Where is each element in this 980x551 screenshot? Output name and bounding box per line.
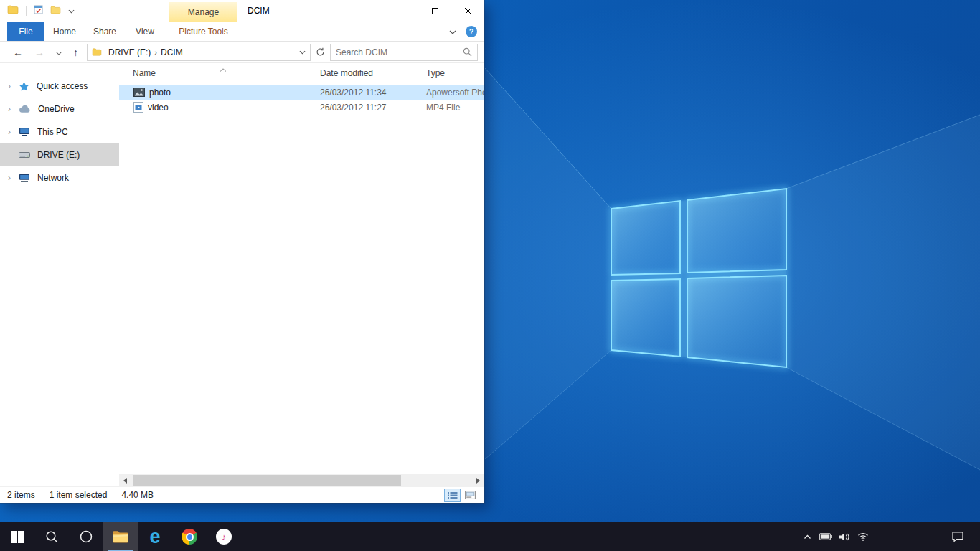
horizontal-scrollbar[interactable] bbox=[119, 474, 484, 486]
minimize-button[interactable] bbox=[385, 0, 418, 22]
scroll-left-arrow[interactable] bbox=[119, 474, 131, 486]
file-explorer-icon bbox=[112, 530, 129, 544]
network-button[interactable] bbox=[854, 522, 872, 551]
sidebar-item-drive-e[interactable]: DRIVE (E:) bbox=[0, 143, 119, 166]
selected-count: 1 item selected bbox=[50, 490, 108, 500]
star-icon bbox=[19, 81, 29, 92]
address-dropdown-chevron-icon[interactable] bbox=[299, 50, 306, 55]
column-header-date-modified[interactable]: Date modified bbox=[314, 63, 420, 83]
details-view-button[interactable] bbox=[444, 489, 461, 502]
expand-ribbon-chevron-icon[interactable] bbox=[449, 27, 456, 37]
thumbnails-view-button[interactable] bbox=[462, 489, 479, 502]
name-cell: photo bbox=[119, 88, 314, 98]
expander-chevron-icon[interactable]: › bbox=[8, 173, 11, 183]
status-bar: 2 items 1 item selected 4.40 MB bbox=[0, 486, 484, 503]
wifi-icon bbox=[857, 532, 869, 541]
back-button[interactable]: ← bbox=[13, 47, 23, 57]
explorer-body: › Quick access › OneDrive › This PC DRI bbox=[0, 63, 484, 486]
sidebar-item-this-pc[interactable]: › This PC bbox=[0, 121, 119, 143]
photo-file-icon bbox=[133, 88, 145, 97]
column-header-type[interactable]: Type bbox=[420, 63, 484, 83]
qat-new-folder-icon[interactable] bbox=[50, 6, 61, 17]
chrome-icon bbox=[182, 529, 197, 545]
details-view-icon bbox=[448, 491, 458, 499]
maximize-button[interactable] bbox=[418, 0, 451, 22]
sidebar-item-network[interactable]: › Network bbox=[0, 166, 119, 189]
hidden-icons-button[interactable] bbox=[798, 522, 816, 551]
sort-ascending-icon[interactable] bbox=[220, 64, 227, 74]
taskbar-search-button[interactable] bbox=[34, 522, 69, 551]
breadcrumb-drive[interactable]: DRIVE (E:) bbox=[105, 47, 154, 57]
expander-chevron-icon[interactable]: › bbox=[8, 127, 11, 137]
name-cell: video bbox=[119, 102, 314, 113]
navigation-pane: › Quick access › OneDrive › This PC DRI bbox=[0, 63, 119, 486]
speaker-icon bbox=[839, 532, 850, 542]
tab-picture-tools[interactable]: Picture Tools bbox=[169, 22, 237, 41]
chrome-button[interactable] bbox=[172, 522, 207, 551]
desktop: Manage DCIM File Home Share View Picture… bbox=[0, 0, 980, 551]
file-name: video bbox=[148, 103, 169, 113]
ribbon-tab-row: File Home Share View Picture Tools ? bbox=[0, 22, 484, 42]
volume-button[interactable] bbox=[835, 522, 854, 551]
up-button[interactable]: ↑ bbox=[73, 47, 78, 57]
ribbon-right-controls: ? bbox=[449, 22, 477, 41]
taskbar-file-explorer-button[interactable] bbox=[103, 522, 138, 551]
expander-chevron-icon[interactable]: › bbox=[8, 104, 11, 114]
video-file-icon bbox=[133, 102, 143, 113]
scroll-right-arrow[interactable] bbox=[472, 474, 484, 486]
titlebar[interactable]: Manage DCIM bbox=[0, 0, 484, 22]
sidebar-item-label: Network bbox=[37, 173, 69, 183]
search-input[interactable] bbox=[331, 47, 463, 57]
tab-view[interactable]: View bbox=[125, 22, 165, 41]
refresh-button[interactable] bbox=[316, 47, 325, 57]
quick-access-toolbar bbox=[0, 0, 75, 22]
file-name: photo bbox=[149, 88, 171, 98]
tab-share[interactable]: Share bbox=[85, 22, 125, 41]
itunes-button[interactable]: ♪ bbox=[207, 522, 241, 551]
computer-icon bbox=[19, 127, 30, 137]
type-cell: Apowersoft Pho bbox=[420, 88, 484, 98]
windows-start-icon bbox=[11, 531, 24, 543]
action-center-button[interactable] bbox=[941, 522, 974, 551]
sidebar-item-label: DRIVE (E:) bbox=[37, 150, 80, 160]
cortana-icon bbox=[79, 529, 93, 544]
search-icon bbox=[45, 530, 59, 544]
expander-chevron-icon[interactable]: › bbox=[8, 81, 11, 91]
sidebar-item-onedrive[interactable]: › OneDrive bbox=[0, 98, 119, 121]
help-icon[interactable]: ? bbox=[466, 26, 477, 37]
sidebar-item-quick-access[interactable]: › Quick access bbox=[0, 75, 119, 98]
sidebar-item-label: OneDrive bbox=[38, 104, 75, 114]
file-row-photo[interactable]: photo 26/03/2012 11:34 Apowersoft Pho bbox=[119, 85, 484, 100]
cortana-button[interactable] bbox=[69, 522, 103, 551]
edge-browser-icon: e bbox=[149, 527, 160, 547]
close-button[interactable] bbox=[451, 0, 484, 22]
recent-locations-chevron-icon[interactable] bbox=[56, 47, 62, 57]
taskbar: e ♪ bbox=[0, 522, 980, 551]
file-list-area: Name Date modified Type photo 26/03/2012… bbox=[119, 63, 484, 486]
scroll-right-icon bbox=[476, 478, 480, 484]
chevron-up-icon bbox=[804, 534, 811, 540]
breadcrumb-folder[interactable]: DCIM bbox=[157, 47, 187, 57]
view-toggle-buttons bbox=[444, 489, 479, 502]
qat-customize-chevron-icon[interactable] bbox=[68, 6, 75, 16]
refresh-icon bbox=[316, 47, 325, 57]
address-bar[interactable]: DRIVE (E:) › DCIM bbox=[87, 44, 311, 61]
file-row-video[interactable]: video 26/03/2012 11:27 MP4 File bbox=[119, 100, 484, 115]
maximize-icon bbox=[432, 8, 438, 14]
qat-properties-icon[interactable] bbox=[34, 5, 43, 17]
start-button[interactable] bbox=[0, 522, 34, 551]
edge-browser-button[interactable]: e bbox=[138, 522, 172, 551]
navigation-buttons: ← → ↑ bbox=[0, 47, 87, 57]
column-header-name[interactable]: Name bbox=[119, 63, 314, 83]
thumbnails-view-icon bbox=[465, 491, 476, 499]
file-rows: photo 26/03/2012 11:34 Apowersoft Pho vi… bbox=[119, 83, 484, 474]
address-folder-icon bbox=[92, 48, 102, 56]
manage-contextual-header[interactable]: Manage bbox=[169, 2, 237, 22]
battery-icon bbox=[819, 533, 832, 540]
scrollbar-thumb[interactable] bbox=[133, 475, 401, 486]
search-box[interactable] bbox=[330, 44, 478, 61]
battery-status-button[interactable] bbox=[816, 522, 835, 551]
close-icon bbox=[464, 7, 472, 15]
tab-home[interactable]: Home bbox=[44, 22, 85, 41]
tab-file[interactable]: File bbox=[7, 22, 44, 41]
